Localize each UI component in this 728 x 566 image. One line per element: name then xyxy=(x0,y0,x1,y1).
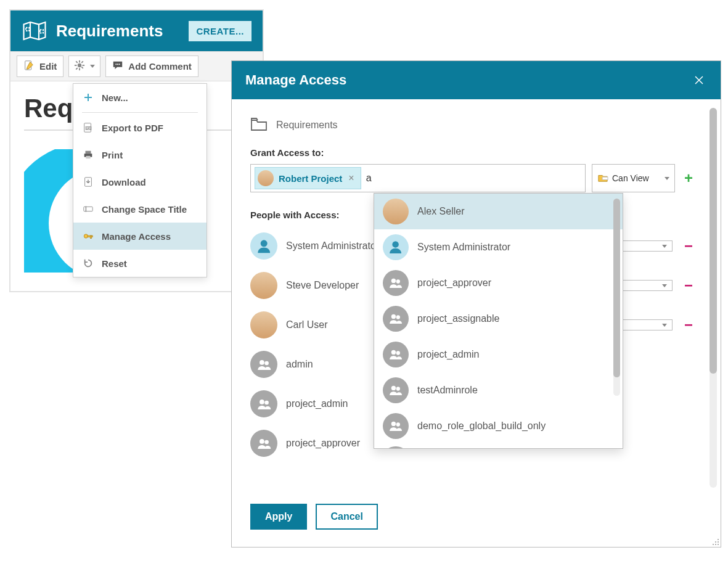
autocomplete-item[interactable]: project_approver xyxy=(374,265,623,301)
svg-point-48 xyxy=(713,544,714,545)
chevron-down-icon xyxy=(662,245,667,248)
rename-icon xyxy=(82,203,94,215)
menu-item-label: Change Space Title xyxy=(102,204,187,215)
svg-point-34 xyxy=(393,242,399,248)
menu-item-new[interactable]: New... xyxy=(73,84,207,111)
add-comment-label: Add Comment xyxy=(128,61,192,72)
svg-rect-22 xyxy=(84,207,92,211)
apply-button[interactable]: Apply xyxy=(250,504,307,530)
edit-label: Edit xyxy=(39,61,57,72)
map-icon xyxy=(22,19,47,43)
avatar xyxy=(250,390,277,417)
add-grant-button[interactable]: + xyxy=(681,164,696,192)
create-button[interactable]: CREATE... xyxy=(189,21,252,41)
svg-point-37 xyxy=(391,314,396,319)
avatar xyxy=(258,170,274,186)
svg-point-33 xyxy=(264,440,269,444)
autocomplete-popover: Alex Seller System Administrator project… xyxy=(374,193,623,449)
autocomplete-item[interactable] xyxy=(374,444,623,449)
autocomplete-item[interactable]: project_assignable xyxy=(374,301,623,337)
autocomplete-item[interactable]: testAdminrole xyxy=(374,372,623,408)
remove-access-button[interactable]: − xyxy=(681,237,696,255)
grant-user-input[interactable]: Robert Project × xyxy=(250,164,586,192)
svg-point-32 xyxy=(260,439,264,444)
svg-point-42 xyxy=(396,387,400,391)
scrollbar-thumb[interactable] xyxy=(710,108,717,374)
reset-icon xyxy=(82,257,94,269)
svg-point-30 xyxy=(260,400,264,404)
chip-remove-button[interactable]: × xyxy=(347,173,355,184)
chip-label: Robert Project xyxy=(279,173,342,184)
chevron-down-icon xyxy=(665,177,669,180)
close-button[interactable] xyxy=(691,72,707,88)
menu-item-label: Print xyxy=(102,150,123,160)
menu-item-label: Download xyxy=(102,177,146,187)
avatar xyxy=(250,272,277,299)
grant-access-row: Robert Project × Can View + xyxy=(250,164,696,192)
comment-icon xyxy=(112,60,123,73)
cancel-button[interactable]: Cancel xyxy=(316,504,377,530)
avatar xyxy=(383,413,409,439)
svg-point-28 xyxy=(260,360,264,365)
autocomplete-item[interactable]: Alex Seller xyxy=(374,194,623,229)
avatar xyxy=(250,430,277,457)
user-chip: Robert Project × xyxy=(255,167,361,189)
autocomplete-item[interactable]: project_admin xyxy=(374,337,623,372)
autocomplete-item[interactable]: demo_role_global_build_only xyxy=(374,408,623,444)
menu-item-print[interactable]: Print xyxy=(73,141,207,168)
scrollbar[interactable] xyxy=(613,199,620,396)
permission-icon xyxy=(597,173,608,184)
folder-icon xyxy=(250,117,268,134)
svg-point-47 xyxy=(718,541,719,543)
menu-item-export-pdf[interactable]: PDF Export to PDF xyxy=(73,114,207,141)
menu-item-label: New... xyxy=(102,92,128,103)
menu-item-label: Export to PDF xyxy=(102,123,163,133)
remove-access-button[interactable]: − xyxy=(681,316,696,334)
autocomplete-label: project_admin xyxy=(417,349,480,360)
pdf-icon: PDF xyxy=(82,121,94,134)
context-label: Requirements xyxy=(276,120,338,131)
resize-grip-icon[interactable] xyxy=(711,537,719,546)
edit-button[interactable]: Edit xyxy=(17,55,63,77)
avatar xyxy=(383,234,409,260)
avatar xyxy=(383,446,409,449)
autocomplete-item[interactable]: System Administrator xyxy=(374,229,623,265)
menu-item-manage-access[interactable]: Manage Access xyxy=(73,223,207,250)
permission-select[interactable]: Can View xyxy=(592,164,675,192)
gear-icon xyxy=(74,60,85,73)
close-icon xyxy=(693,75,705,86)
context-row: Requirements xyxy=(250,117,708,134)
svg-point-43 xyxy=(391,422,396,426)
svg-point-39 xyxy=(391,350,396,355)
menu-divider xyxy=(82,112,198,113)
print-icon xyxy=(82,149,94,161)
dialog-title: Manage Access xyxy=(245,72,691,88)
autocomplete-label: demo_role_global_build_only xyxy=(417,420,546,432)
dialog-body: Requirements Grant Access to: Robert Pro… xyxy=(232,99,721,496)
add-comment-button[interactable]: Add Comment xyxy=(105,55,198,77)
svg-point-38 xyxy=(396,316,400,319)
scrollbar[interactable] xyxy=(710,108,717,488)
scrollbar-thumb[interactable] xyxy=(613,199,620,377)
menu-item-change-title[interactable]: Change Space Title xyxy=(73,195,207,223)
grant-search-input[interactable] xyxy=(365,170,402,186)
space-header: Requirements CREATE... xyxy=(10,10,263,51)
avatar xyxy=(383,342,409,367)
avatar xyxy=(250,232,277,260)
svg-rect-25 xyxy=(91,236,92,239)
settings-menu-button[interactable] xyxy=(68,55,100,77)
autocomplete-label: Alex Seller xyxy=(417,206,464,217)
svg-point-49 xyxy=(715,544,716,545)
plus-icon xyxy=(82,91,94,104)
autocomplete-label: testAdminrole xyxy=(417,385,478,396)
autocomplete-label: System Administrator xyxy=(417,242,510,253)
menu-item-download[interactable]: Download xyxy=(73,168,207,195)
svg-rect-20 xyxy=(86,156,90,158)
avatar xyxy=(250,311,277,338)
permission-value: Can View xyxy=(612,173,649,183)
avatar xyxy=(250,351,277,378)
key-icon xyxy=(82,230,94,242)
svg-text:PDF: PDF xyxy=(86,127,91,130)
remove-access-button[interactable]: − xyxy=(681,277,696,294)
menu-item-reset[interactable]: Reset xyxy=(73,250,207,277)
